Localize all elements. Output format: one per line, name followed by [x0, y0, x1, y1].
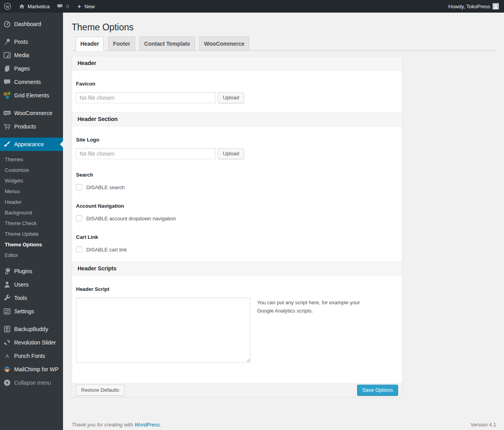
- comments-shortcut[interactable]: 0: [53, 0, 72, 13]
- menu-separator: [0, 318, 63, 322]
- submenu-item-theme-update[interactable]: Theme Update: [0, 229, 63, 239]
- header-script-help-text: You can put any script here, for example…: [257, 298, 377, 315]
- site-name-link[interactable]: Marketica: [15, 0, 53, 13]
- sidebar-item-label: Pages: [14, 65, 30, 72]
- sidebar-item-label: Media: [14, 52, 29, 58]
- sidebar-item-backupbuddy[interactable]: BackupBuddy: [0, 322, 63, 336]
- disable-search-checkbox[interactable]: [76, 184, 82, 190]
- header-script-label: Header Script: [76, 286, 398, 292]
- collapse-menu-button[interactable]: Collapse menu: [0, 376, 63, 389]
- submenu-item-menus[interactable]: Menus: [0, 186, 63, 197]
- collapse-menu-label: Collapse menu: [14, 380, 51, 386]
- tab-header[interactable]: Header: [76, 37, 104, 51]
- sidebar-item-label: Posts: [14, 39, 28, 45]
- site-name-label: Marketica: [28, 4, 50, 9]
- disable-cart-link-checkbox[interactable]: [76, 246, 82, 253]
- brush-icon: [3, 140, 11, 148]
- settings-icon: [3, 307, 11, 315]
- sidebar-item-users[interactable]: Users: [0, 278, 63, 291]
- submenu-item-theme-check[interactable]: Theme Check: [0, 218, 63, 229]
- restore-defaults-button[interactable]: Restore Defaults: [76, 385, 124, 396]
- sidebar-item-label: Products: [14, 123, 36, 130]
- submenu-item-customize[interactable]: Customize: [0, 165, 63, 175]
- sidebar-item-label: BackupBuddy: [14, 326, 48, 332]
- site-logo-upload-button[interactable]: Upload: [218, 148, 244, 159]
- section-header-scripts-title: Header Scripts: [72, 261, 402, 276]
- sidebar-item-mailchimp[interactable]: MailChimp for WP: [0, 363, 63, 376]
- sidebar-item-label: Revolution Slider: [14, 339, 56, 346]
- cart-link-label: Cart Link: [76, 234, 398, 240]
- pages-icon: [3, 65, 11, 73]
- tab-bar: Header Footer Contact Template WooCommer…: [72, 37, 496, 51]
- disable-cart-link-label: DISABLE cart link: [86, 247, 127, 253]
- backup-drive-icon: [3, 325, 11, 333]
- submenu-item-header[interactable]: Header: [0, 197, 63, 207]
- dashboard-icon: [3, 20, 11, 28]
- sidebar-item-label: Comments: [14, 79, 41, 85]
- account-navigation-label: Account Navigation: [76, 203, 398, 209]
- grid-elements-icon: [3, 91, 11, 99]
- sidebar-item-pages[interactable]: Pages: [0, 62, 63, 75]
- sidebar-item-comments[interactable]: Comments: [0, 75, 63, 89]
- section-header-scripts-body: Header Script You can put any script her…: [72, 286, 402, 383]
- submenu-item-theme-options[interactable]: Theme Options: [0, 239, 63, 250]
- sidebar-item-plugins[interactable]: Plugins: [0, 264, 63, 278]
- sidebar-item-products[interactable]: Products: [0, 120, 63, 133]
- submenu-item-background[interactable]: Background: [0, 207, 63, 218]
- sidebar-item-appearance[interactable]: Appearance: [0, 138, 63, 151]
- sidebar-item-grid-elements[interactable]: Grid Elements: [0, 89, 63, 102]
- account-menu[interactable]: Howdy, TokoPress: [448, 0, 499, 13]
- disable-account-dropdown-label: DISABLE account dropdown navigation: [86, 216, 176, 222]
- tab-woocommerce[interactable]: WooCommerce: [199, 37, 249, 51]
- sidebar-item-woocommerce[interactable]: Woo WooCommerce: [0, 106, 63, 120]
- plug-icon: [3, 267, 11, 275]
- disable-account-dropdown-checkbox[interactable]: [76, 215, 82, 222]
- svg-text:Woo: Woo: [4, 112, 10, 114]
- sidebar-item-label: Tools: [14, 295, 27, 301]
- section-header-title: Header: [72, 56, 402, 71]
- section-header-section-body: Site Logo Upload Search DISABLE search A…: [72, 137, 402, 261]
- wordpress-link[interactable]: WordPress: [135, 422, 160, 428]
- menu-separator: [0, 133, 63, 138]
- pushpin-icon: [3, 38, 11, 46]
- search-label: Search: [76, 172, 398, 178]
- sidebar-item-settings[interactable]: Settings: [0, 305, 63, 318]
- new-content-button[interactable]: New: [73, 0, 98, 13]
- header-script-textarea[interactable]: [76, 298, 250, 363]
- sidebar-item-label: MailChimp for WP: [14, 366, 59, 372]
- sidebar-item-label: Settings: [14, 308, 34, 315]
- theme-options-panel: Header Favicon Upload Header Section Sit…: [72, 56, 402, 397]
- wordpress-menu-button[interactable]: W: [0, 0, 15, 13]
- save-options-button[interactable]: Save Options: [357, 385, 398, 396]
- menu-separator: [0, 31, 63, 35]
- svg-text:W: W: [6, 4, 9, 9]
- plus-icon: [76, 4, 82, 9]
- tab-contact-template[interactable]: Contact Template: [139, 37, 195, 51]
- favicon-upload-button[interactable]: Upload: [218, 92, 244, 103]
- site-logo-file-input[interactable]: [76, 148, 215, 159]
- sidebar-item-dashboard[interactable]: Dashboard: [0, 17, 63, 31]
- avatar: [493, 3, 499, 9]
- menu-separator: [0, 102, 63, 106]
- sidebar-item-label: Users: [14, 281, 29, 288]
- sidebar-item-revolution-slider[interactable]: Revolution Slider: [0, 336, 63, 349]
- submenu-item-themes[interactable]: Themes: [0, 154, 63, 165]
- sidebar-item-label: Plugins: [14, 268, 32, 274]
- sidebar-item-tools[interactable]: Tools: [0, 291, 63, 305]
- favicon-file-input[interactable]: [76, 92, 215, 103]
- footer-thanks-text: Thank you for creating with WordPress.: [72, 422, 161, 428]
- admin-bar: W Marketica 0 New Howdy, TokoPress: [0, 0, 504, 13]
- tab-footer[interactable]: Footer: [108, 37, 135, 51]
- sidebar-item-label: Dashboard: [14, 21, 41, 27]
- submenu-item-widgets[interactable]: Widgets: [0, 175, 63, 186]
- home-icon: [19, 3, 25, 10]
- cart-icon: [3, 123, 11, 130]
- section-header-section-title: Header Section: [72, 112, 402, 127]
- submenu-item-editor[interactable]: Editor: [0, 250, 63, 261]
- sidebar-item-punch-fonts[interactable]: A Punch Fonts: [0, 349, 63, 363]
- sidebar-item-media[interactable]: Media: [0, 48, 63, 62]
- main-content: Theme Options Header Footer Contact Temp…: [63, 13, 504, 428]
- section-header-body: Favicon Upload: [72, 81, 402, 112]
- sidebar-item-posts[interactable]: Posts: [0, 35, 63, 48]
- new-label: New: [85, 4, 95, 9]
